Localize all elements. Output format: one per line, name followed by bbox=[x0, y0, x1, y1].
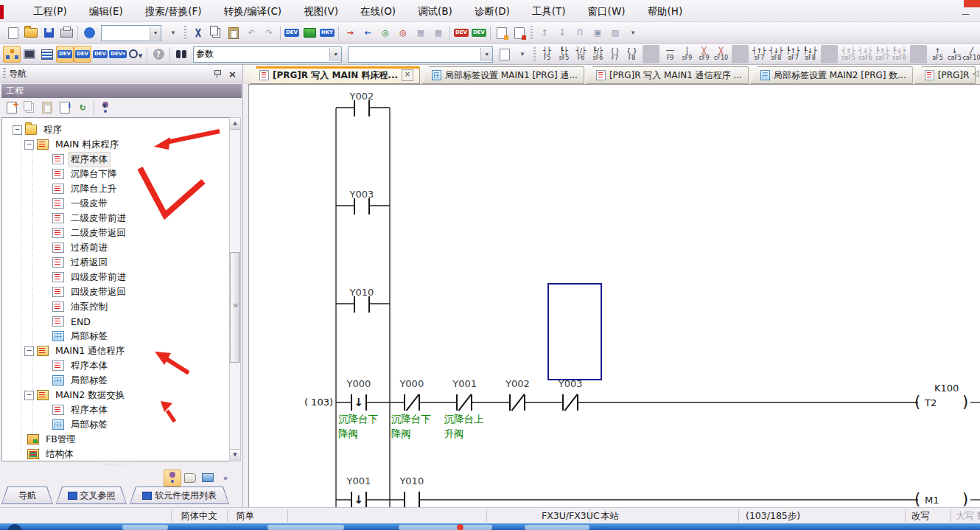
tree-expander-icon[interactable]: − bbox=[24, 346, 34, 356]
tree-item[interactable]: 局部标签 bbox=[2, 373, 229, 388]
scroll-up-icon[interactable]: ▲ bbox=[230, 118, 240, 130]
panel-close-icon[interactable]: × bbox=[228, 69, 237, 80]
toolbar-button[interactable] bbox=[280, 26, 281, 41]
toolbar-button[interactable]: → bbox=[341, 24, 359, 41]
zoom-combo[interactable]: ▾ bbox=[101, 25, 161, 41]
project-tree[interactable]: − 程序 − MAIN 料床程序 程序本体 bbox=[1, 117, 230, 461]
ladder-symbol-button[interactable]: ┞├sF5 bbox=[556, 45, 573, 63]
scroll-down-icon[interactable]: ▼ bbox=[230, 449, 240, 461]
tree-item[interactable]: 程序本体 bbox=[2, 358, 229, 373]
toolbar-drag-handle[interactable] bbox=[183, 26, 188, 41]
zoom-combo-input[interactable] bbox=[102, 27, 150, 39]
contact-symbol[interactable] bbox=[404, 394, 420, 411]
ladder-symbol-button[interactable]: ┤/├F6 bbox=[573, 45, 589, 63]
toolbar-button[interactable]: ↧ bbox=[553, 24, 571, 41]
toolbar-button[interactable] bbox=[22, 24, 40, 41]
contact-symbol[interactable] bbox=[354, 296, 370, 313]
ladder-symbol-button[interactable] bbox=[910, 45, 927, 63]
toolbar-button[interactable]: DEV bbox=[452, 24, 470, 41]
project-tool-button[interactable]: ▾ bbox=[97, 100, 114, 116]
ladder-symbol-button[interactable] bbox=[732, 45, 749, 63]
tree-item[interactable]: 四级皮带返回 bbox=[2, 285, 229, 299]
tree-item[interactable]: 二级皮带返回 bbox=[2, 226, 229, 240]
ladder-symbol-button[interactable]: ↑aF5 bbox=[929, 45, 946, 63]
toolbar-button[interactable]: ? bbox=[150, 46, 167, 63]
menu-item[interactable]: 在线(O) bbox=[349, 0, 407, 22]
toolbar-button[interactable]: DEV bbox=[74, 46, 91, 63]
toolbar-button[interactable]: ↶ bbox=[242, 24, 260, 41]
navigation-tool-button[interactable] bbox=[181, 470, 199, 487]
menu-item[interactable]: 转换/编译(C) bbox=[213, 0, 293, 22]
navigation-tab[interactable]: 软元件使用列表 bbox=[130, 487, 229, 504]
taskbar-button[interactable] bbox=[122, 525, 168, 530]
document-tab[interactable]: [PRG]R 写入 MAIN 料床程... × bbox=[250, 66, 420, 84]
contact-symbol[interactable] bbox=[509, 394, 525, 411]
toolbar-button[interactable]: DEV bbox=[283, 24, 301, 41]
ladder-symbol-button[interactable]: ┤↑├sF7 bbox=[751, 45, 768, 63]
ladder-symbol-button[interactable]: ┞↓├aF8 bbox=[802, 45, 819, 63]
ladder-contact-cell[interactable]: Y000 沉降台下降阀 bbox=[332, 378, 385, 452]
tree-item[interactable]: 结构体 bbox=[2, 447, 229, 461]
project-tool-button[interactable] bbox=[56, 100, 74, 116]
ladder-contact-cell[interactable]: Y003 bbox=[544, 378, 597, 452]
toolbar-button[interactable]: DEV▾ bbox=[109, 46, 127, 63]
toolbar-button[interactable]: DEV bbox=[470, 24, 488, 41]
toolbar-button[interactable]: DEV bbox=[56, 46, 74, 63]
ladder-symbol-button[interactable] bbox=[821, 45, 838, 63]
ladder-symbol-button[interactable]: ╳cF10 bbox=[713, 45, 729, 63]
toolbar-button[interactable]: ▾ bbox=[624, 24, 642, 41]
toolbar-button[interactable] bbox=[80, 24, 98, 41]
tree-expander-icon[interactable]: − bbox=[24, 140, 34, 150]
toolbar-button[interactable] bbox=[40, 24, 57, 41]
toolbar-button[interactable] bbox=[301, 24, 318, 41]
ladder-symbol-button[interactable]: ┤⇓├saF6 bbox=[857, 45, 874, 63]
taskbar-button[interactable] bbox=[525, 525, 589, 530]
timer-coil-name[interactable]: T2 bbox=[925, 397, 937, 408]
tree-item[interactable]: 程序本体 bbox=[2, 152, 229, 167]
toolbar-overflow-icon[interactable]: ▾ bbox=[164, 24, 182, 41]
project-tool-button[interactable] bbox=[94, 100, 94, 115]
tree-item[interactable]: − MAIN 料床程序 bbox=[2, 137, 229, 152]
toolbar-button[interactable] bbox=[77, 26, 78, 41]
toolbar-button[interactable] bbox=[3, 46, 21, 63]
minimize-button[interactable]: — bbox=[962, 9, 970, 18]
scrollbar-thumb[interactable] bbox=[230, 252, 240, 363]
tree-item[interactable]: 一级皮带 bbox=[2, 196, 229, 211]
tree-item[interactable]: − MAIN2 数据交换 bbox=[2, 388, 229, 402]
tree-scrollbar[interactable]: ▲ ▼ bbox=[229, 117, 241, 461]
menu-item[interactable]: 工程(P) bbox=[22, 0, 78, 22]
toolbar-overflow-icon[interactable]: ▾ bbox=[514, 46, 531, 63]
tree-item[interactable]: 沉降台上升 bbox=[2, 181, 229, 196]
toolbar-button[interactable] bbox=[147, 47, 147, 62]
bottom-coil-name[interactable]: M1 bbox=[925, 495, 939, 506]
ladder-branch-contact[interactable]: Y010 bbox=[332, 287, 391, 319]
toolbar-button[interactable]: ◎ bbox=[377, 24, 394, 41]
ladder-contact-cell[interactable]: Y002 bbox=[491, 378, 544, 452]
ladder-symbol-button[interactable]: ↓caF5 bbox=[946, 45, 963, 63]
toolbar-button[interactable] bbox=[21, 46, 38, 63]
menu-item[interactable]: 搜索/替换(F) bbox=[134, 0, 213, 22]
tree-item[interactable]: 四级皮带前进 bbox=[2, 270, 229, 285]
tree-item[interactable]: 油泵控制 bbox=[2, 299, 229, 314]
menu-item[interactable]: 编辑(E) bbox=[78, 0, 134, 22]
contact-symbol[interactable] bbox=[354, 100, 370, 116]
tree-item[interactable]: 局部标签 bbox=[2, 417, 229, 432]
combo-dropdown-icon[interactable]: ▾ bbox=[480, 48, 492, 61]
toolbar-button[interactable] bbox=[169, 47, 170, 62]
find-combo-input[interactable] bbox=[349, 49, 480, 60]
find-combo[interactable]: ▾ bbox=[348, 46, 493, 63]
ladder-symbol-button[interactable]: ┞⇑├saF7 bbox=[874, 45, 891, 63]
tab-scroll-left-icon[interactable]: ◁ bbox=[973, 69, 979, 78]
data-select-input[interactable] bbox=[194, 49, 329, 60]
toolbar-button[interactable]: ↷ bbox=[260, 24, 278, 41]
ladder-contact-cell[interactable]: Y010 bbox=[385, 475, 438, 508]
toolbar-button[interactable] bbox=[225, 24, 242, 41]
menu-item[interactable]: 窗口(W) bbox=[577, 0, 637, 22]
pin-icon[interactable] bbox=[212, 69, 223, 79]
contact-symbol[interactable] bbox=[351, 492, 367, 508]
contact-symbol[interactable] bbox=[562, 394, 578, 411]
toolbar-button[interactable]: HKY bbox=[318, 24, 336, 41]
toolbar-button[interactable]: ▣ bbox=[589, 24, 606, 41]
document-tab[interactable]: [PRG]R bbox=[915, 66, 976, 84]
ladder-symbol-button[interactable]: ┞/├sF6 bbox=[589, 45, 606, 63]
